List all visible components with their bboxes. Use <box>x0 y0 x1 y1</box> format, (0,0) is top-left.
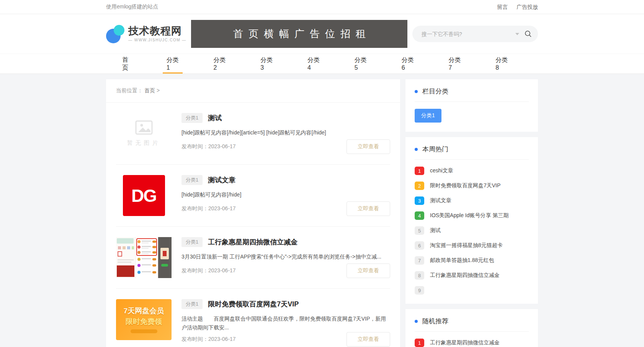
breadcrumb-home-link[interactable]: 首页 <box>144 87 155 93</box>
search-icon <box>525 30 532 38</box>
random-item-link[interactable]: 工行象惠星期四抽微信立减金 <box>430 339 500 346</box>
article-title[interactable]: 测试 <box>208 113 222 123</box>
search-input[interactable] <box>422 31 513 37</box>
nav-item-category2[interactable]: 分类2 <box>209 54 230 74</box>
main-nav: 首页 分类1 分类2 分类3 分类4 分类5 分类6 分类7 分类8 <box>0 54 644 74</box>
section-title-weekly-hot: 本周热门 <box>415 145 529 160</box>
random-list-item: 1 工行象惠星期四抽微信立减金 <box>415 339 529 347</box>
publish-date: 发布时间：2023-06-17 <box>181 267 236 274</box>
rank-badge: 1 <box>415 339 424 347</box>
promo-line1: 7天网盘会员 <box>124 306 164 316</box>
no-image-icon <box>135 120 153 136</box>
article-summary: [hide]跟帖可见内容[/hide][article=5] [hide]跟帖可… <box>181 128 390 137</box>
bullet-dot-icon <box>415 90 418 93</box>
hot-list-item: 2 限时免费领取百度网盘7天VIP <box>415 182 529 190</box>
rank-badge: 5 <box>415 226 424 235</box>
hot-list-item: 7 邮政简单答题抽1.88元红包 <box>415 256 529 265</box>
view-now-button[interactable]: 立即查看 <box>347 201 390 216</box>
nav-item-category3[interactable]: 分类3 <box>256 54 278 74</box>
sidebar-category-button[interactable]: 分类1 <box>415 109 441 123</box>
article-thumbnail-placeholder[interactable]: 暂无图片 <box>116 113 172 154</box>
publish-date: 发布时间：2023-06-17 <box>181 205 236 212</box>
category-tag[interactable]: 分类1 <box>181 175 203 185</box>
article-thumbnail-dg[interactable]: DG <box>116 175 172 216</box>
article-title[interactable]: 限时免费领取百度网盘7天VIP <box>208 300 299 309</box>
hot-item-link[interactable]: 工行象惠星期四抽微信立减金 <box>430 272 500 279</box>
nav-item-category4[interactable]: 分类4 <box>303 54 325 74</box>
rank-badge: 1 <box>415 167 424 175</box>
random-recommend-section: 随机推荐 1 工行象惠星期四抽微信立减金 <box>405 309 538 347</box>
article-row: 分类1 工行象惠星期四抽微信立减金 3月30日置顶新一期 工行APP搜索“任务中… <box>116 227 390 289</box>
article-row: 7天网盘会员 限时免费领 分类1 限时免费领取百度网盘7天VIP 活动主题 百度… <box>116 289 390 347</box>
hot-item-link[interactable]: 限时免费领取百度网盘7天VIP <box>430 182 500 189</box>
article-title[interactable]: 测试文章 <box>208 175 235 185</box>
article-thumbnail-promo[interactable]: 7天网盘会员 限时免费领 <box>116 299 172 340</box>
hot-list-item: 5 测试 <box>415 226 529 235</box>
topbar-link-message[interactable]: 留言 <box>497 4 508 10</box>
nav-item-category8[interactable]: 分类8 <box>491 54 513 74</box>
article-row: 暂无图片 分类1 测试 [hide]跟帖可见内容[/hide][article=… <box>116 103 390 165</box>
promo-line2: 限时免费领 <box>126 317 162 327</box>
no-image-text: 暂无图片 <box>127 139 161 147</box>
hot-item-link[interactable]: IOS美国Apple Id账号分享 第三期 <box>430 212 508 219</box>
category-tag[interactable]: 分类1 <box>181 237 203 247</box>
weekly-hot-section: 本周热门 1 ceshi文章 2 限时免费领取百度网盘7天VIP 3 测试文章 … <box>405 137 538 304</box>
rank-badge: 8 <box>415 271 424 280</box>
search-scope-caret-icon[interactable] <box>515 33 519 35</box>
promo-ticket-strip <box>131 329 157 333</box>
nav-item-category6[interactable]: 分类6 <box>397 54 419 74</box>
view-now-button[interactable]: 立即查看 <box>347 332 390 347</box>
category-section: 栏目分类 分类1 <box>405 79 538 132</box>
publish-date: 发布时间：2023-06-17 <box>181 143 236 150</box>
category-tag[interactable]: 分类1 <box>181 113 203 123</box>
nav-item-category1[interactable]: 分类1 <box>162 54 184 74</box>
rank-badge: 4 <box>415 211 424 220</box>
sidebar: 栏目分类 分类1 本周热门 1 ceshi文章 2 限时免费领取百度网盘7天VI… <box>405 79 538 347</box>
header-banner-ad[interactable]: 首页横幅广告位招租 <box>191 20 407 48</box>
nav-item-category5[interactable]: 分类5 <box>350 54 372 74</box>
article-summary: [hide]跟帖可见内容[/hide] <box>181 190 390 199</box>
site-header: 技术教程网 — WWW.JISHUJC.COM — 首页横幅广告位招租 <box>0 14 644 54</box>
site-logo[interactable]: 技术教程网 — WWW.JISHUJC.COM — <box>106 25 186 43</box>
article-row: DG 分类1 测试文章 [hide]跟帖可见内容[/hide] 发布时间：202… <box>116 165 390 227</box>
category-tag[interactable]: 分类1 <box>181 299 203 309</box>
rank-badge: 7 <box>415 256 424 265</box>
breadcrumb-prefix: 当前位置： <box>116 87 143 93</box>
article-summary: 3月30日置顶新一期 工行APP搜索“任务中心”->完成所有简单的浏览任务->抽… <box>181 252 390 261</box>
article-list-panel: 当前位置：首页> 暂无图片 分类1 测试 [hide]跟帖可见内容[/hide]… <box>106 79 400 347</box>
topbar-link-advertise[interactable]: 广告投放 <box>517 4 538 10</box>
view-now-button[interactable]: 立即查看 <box>347 264 390 278</box>
hot-item-link[interactable]: 测试 <box>430 227 441 234</box>
nav-item-home[interactable]: 首页 <box>118 54 137 74</box>
hot-list-item: 9 <box>415 286 529 295</box>
breadcrumb-separator: > <box>157 87 160 93</box>
site-title: 技术教程网 <box>128 26 186 37</box>
hot-item-link[interactable]: 淘宝摇一摇得福星抽8元猫超卡 <box>430 242 503 249</box>
hot-list-item: 1 ceshi文章 <box>415 167 529 175</box>
section-title-categories: 栏目分类 <box>415 87 529 102</box>
hot-list-item: 6 淘宝摇一摇得福星抽8元猫超卡 <box>415 241 529 250</box>
search-button[interactable] <box>525 30 532 38</box>
site-url: — WWW.JISHUJC.COM — <box>128 38 186 42</box>
bullet-dot-icon <box>415 320 418 323</box>
article-summary: 活动主题 百度网盘联合中国联通会员狂欢季，限时免费领取百度网盘7天VIP，新用户… <box>181 314 390 332</box>
logo-circles-icon <box>106 25 124 43</box>
rank-badge: 3 <box>415 196 424 205</box>
breadcrumb: 当前位置：首页> <box>106 79 400 103</box>
nav-item-category7[interactable]: 分类7 <box>444 54 466 74</box>
article-thumbnail-screenshot[interactable] <box>116 237 172 278</box>
rank-badge: 2 <box>415 182 424 190</box>
rank-badge: 6 <box>415 241 424 250</box>
rank-badge: 9 <box>415 286 424 295</box>
dg-logo-text: DG <box>131 185 156 206</box>
bullet-dot-icon <box>415 148 418 151</box>
site-note: 使用emlog搭建的站点 <box>106 3 158 10</box>
screenshot-collage-image <box>116 237 172 278</box>
hot-item-link[interactable]: 测试文章 <box>430 197 451 204</box>
hot-item-link[interactable]: ceshi文章 <box>430 167 453 174</box>
hot-list-item: 4 IOS美国Apple Id账号分享 第三期 <box>415 211 529 220</box>
hot-item-link[interactable]: 邮政简单答题抽1.88元红包 <box>430 257 494 264</box>
view-now-button[interactable]: 立即查看 <box>347 139 390 154</box>
article-title[interactable]: 工行象惠星期四抽微信立减金 <box>208 237 297 247</box>
section-title-random: 随机推荐 <box>415 317 529 332</box>
